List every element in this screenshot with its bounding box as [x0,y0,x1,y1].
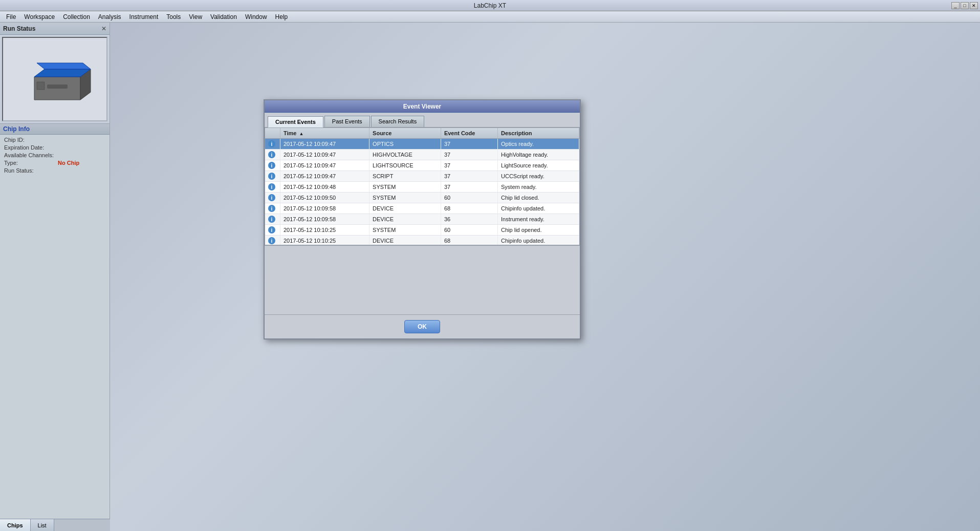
row-description: LightSource ready. [498,160,579,171]
tab-current-events[interactable]: Current Events [268,116,323,128]
bottom-tabs: Chips List [0,519,110,531]
menu-item-analysis[interactable]: Analysis [94,12,125,22]
row-source: HIGHVOLTAGE [369,150,441,160]
chip-id-label: Chip ID: [4,137,58,143]
menu-item-validation[interactable]: Validation [206,12,241,22]
row-time: 2017-05-12 10:09:47 [280,139,369,150]
dialog-footer: OK [265,314,580,338]
row-description: Instrument ready. [498,214,579,225]
run-status-header: Run Status ✕ [0,23,110,35]
col-description[interactable]: Description [498,128,579,139]
menu-item-window[interactable]: Window [241,12,271,22]
event-viewer-dialog: Event Viewer Current Events Past Events … [264,99,581,339]
menu-item-instrument[interactable]: Instrument [125,12,163,22]
events-table-container[interactable]: Time ▲ Source Event Code Description i20… [265,128,580,245]
row-description: Optics ready. [498,139,579,150]
dialog-title: Event Viewer [403,103,441,110]
device-3d-image [24,54,85,105]
menu-item-collection[interactable]: Collection [59,12,94,22]
menu-item-tools[interactable]: Tools [162,12,185,22]
tab-chips[interactable]: Chips [0,519,31,531]
row-time: 2017-05-12 10:09:47 [280,150,369,160]
row-time: 2017-05-12 10:10:25 [280,225,369,236]
run-status-label: Run Status: [4,167,58,174]
menu-bar: FileWorkspaceCollectionAnalysisInstrumen… [0,11,980,23]
col-source[interactable]: Source [369,128,441,139]
menu-item-view[interactable]: View [185,12,206,22]
info-icon: i [268,194,275,201]
row-time: 2017-05-12 10:09:47 [280,160,369,171]
tab-past-events[interactable]: Past Events [324,116,370,127]
run-status-pin[interactable]: ✕ [101,25,106,32]
info-icon: i [268,183,275,190]
modal-overlay: Event Viewer Current Events Past Events … [110,23,980,531]
row-source: LIGHTSOURCE [369,160,441,171]
table-row[interactable]: i2017-05-12 10:09:47LIGHTSOURCE37LightSo… [265,160,579,171]
row-time: 2017-05-12 10:09:58 [280,203,369,214]
row-icon-cell: i [265,203,280,214]
run-status-row: Run Status: [4,167,105,174]
maximize-button[interactable]: □ [961,2,969,9]
row-time: 2017-05-12 10:09:50 [280,193,369,203]
table-row[interactable]: i2017-05-12 10:09:58DEVICE68Chipinfo upd… [265,203,579,214]
tab-list[interactable]: List [31,519,54,531]
row-icon-cell: i [265,139,280,150]
row-description: Chipinfo updated. [498,203,579,214]
channels-row: Available Channels: [4,152,105,158]
row-description: Chipinfo updated. [498,236,579,246]
table-row[interactable]: i2017-05-12 10:09:47HIGHVOLTAGE37HighVol… [265,150,579,160]
table-row[interactable]: i2017-05-12 10:10:25DEVICE68Chipinfo upd… [265,236,579,246]
col-icon [265,128,280,139]
main-layout: Run Status ✕ [0,23,980,531]
row-description: Chip lid opened. [498,225,579,236]
menu-item-file[interactable]: File [2,12,20,22]
minimize-button[interactable]: _ [951,2,960,9]
title-bar-controls[interactable]: _ □ ✕ [951,2,978,9]
chip-id-row: Chip ID: [4,137,105,143]
row-source: OPTICS [369,139,441,150]
table-row[interactable]: i2017-05-12 10:09:47SCRIPT37UCCScript re… [265,171,579,182]
row-icon-cell: i [265,236,280,246]
chip-info-title: Chip Info [3,125,30,133]
row-description: System ready. [498,182,579,193]
tab-search-results[interactable]: Search Results [371,116,425,127]
type-label: Type: [4,160,58,166]
svg-rect-5 [47,84,68,89]
col-event-code[interactable]: Event Code [441,128,497,139]
row-event-code: 36 [441,214,497,225]
row-source: DEVICE [369,203,441,214]
table-row[interactable]: i2017-05-12 10:09:47OPTICS37Optics ready… [265,139,579,150]
info-icon: i [268,162,275,169]
col-time[interactable]: Time ▲ [280,128,369,139]
table-row[interactable]: i2017-05-12 10:09:48SYSTEM37System ready… [265,182,579,193]
table-row[interactable]: i2017-05-12 10:09:58DEVICE36Instrument r… [265,214,579,225]
menu-item-workspace[interactable]: Workspace [20,12,59,22]
info-icon: i [268,205,275,212]
table-header-row: Time ▲ Source Event Code Description [265,128,579,139]
left-panel: Run Status ✕ [0,23,110,531]
ok-button[interactable]: OK [404,320,440,333]
empty-area [265,245,580,314]
menu-item-help[interactable]: Help [271,12,292,22]
svg-rect-4 [37,82,45,90]
device-svg [24,54,96,110]
table-row[interactable]: i2017-05-12 10:10:25SYSTEM60Chip lid ope… [265,225,579,236]
device-image-area [2,37,107,121]
row-source: SCRIPT [369,171,441,182]
chip-info-content: Chip ID: Expiration Date: Available Chan… [0,135,110,520]
row-source: DEVICE [369,236,441,246]
row-source: DEVICE [369,214,441,225]
row-icon-cell: i [265,150,280,160]
row-event-code: 37 [441,150,497,160]
row-description: Chip lid closed. [498,193,579,203]
dialog-title-bar[interactable]: Event Viewer [265,100,580,113]
info-icon: i [268,216,275,223]
expiration-row: Expiration Date: [4,144,105,151]
row-description: UCCScript ready. [498,171,579,182]
row-icon-cell: i [265,225,280,236]
run-status-title: Run Status [3,25,35,32]
info-icon: i [268,226,275,233]
close-button[interactable]: ✕ [970,2,978,9]
info-icon: i [268,151,275,158]
table-row[interactable]: i2017-05-12 10:09:50SYSTEM60Chip lid clo… [265,193,579,203]
